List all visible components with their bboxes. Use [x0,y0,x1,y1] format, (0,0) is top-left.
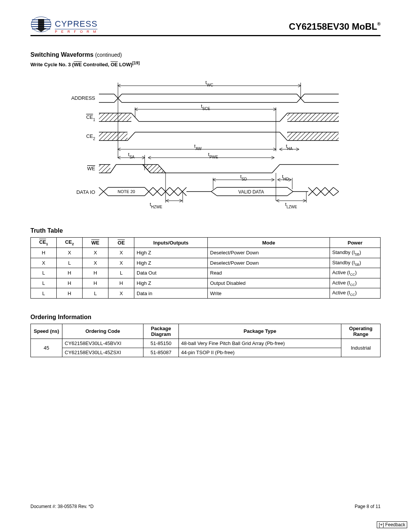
cypress-globe-icon [30,15,53,34]
svg-rect-38 [99,132,127,141]
logo: CYPRESS P E R F O R M [30,15,97,34]
timing-diagram: ADDRESS tWC CE1 [61,75,350,212]
svg-text:tPWE: tPWE [208,152,218,159]
svg-text:tSD: tSD [240,174,247,181]
ordering-diag: 51-85150 [143,339,179,348]
svg-line-103 [333,187,339,192]
svg-text:DATA  IO: DATA IO [76,189,95,195]
svg-rect-58 [99,165,110,173]
subtitle-prefix: Write Cycle No. 3 ( [30,62,74,67]
svg-text:tWC: tWC [206,80,213,87]
subtitle-oe: OE [111,62,118,67]
svg-line-95 [287,192,293,196]
section-subtitle: Write Cycle No. 3 (WE Controlled, OE LOW… [30,61,381,67]
part-number: CY62158EV30 MoBL® [289,21,381,34]
svg-rect-30 [287,113,339,121]
ordering-code: CY62158EV30LL-45ZSXI [62,348,143,357]
truth-table: CE1 CE2 WE OE Inputs/Outputs Mode Power … [30,237,381,299]
section-title: Switching Waveforms (continued) [30,51,381,58]
feedback-button[interactable]: [+] Feedback [377,521,407,528]
subtitle-mid: Controlled, [82,62,111,67]
ordering-range: Industrial [341,339,381,357]
registered-mark: ® [377,21,381,27]
svg-marker-61 [143,165,166,173]
svg-line-41 [280,132,287,141]
ordering-diag: 51-85087 [143,348,179,357]
svg-line-75 [104,187,108,192]
svg-line-39 [127,132,135,141]
svg-text:NOTE 20: NOTE 20 [118,189,135,194]
table-row: HXXXHigh ZDeselect/Power DownStandby (IS… [31,248,381,258]
svg-text:CE1: CE1 [86,114,95,122]
table-row: LHHLData OutReadActive (ICC) [31,268,381,278]
table-row: LHHHHigh ZOutput DisabledActive (ICC) [31,278,381,288]
svg-text:tHA: tHA [286,143,293,151]
ordering-title: Ordering Information [30,314,381,321]
ordering-type: 48-ball Very Fine Pitch Ball Grid Array … [179,339,341,348]
svg-text:CE2: CE2 [86,133,95,141]
truth-table-title: Truth Table [30,227,381,234]
table-row: LHLXData inWriteActive (ICC) [31,288,381,299]
ordering-type: 44-pin TSOP II (Pb-free) [179,348,341,357]
ordering-speed: 45 [31,339,62,357]
svg-line-59 [110,165,116,173]
svg-text:tSCE: tSCE [201,103,210,111]
svg-rect-44 [287,132,339,141]
subtitle-suffix: LOW) [118,62,132,67]
sig-address: ADDRESS [71,95,95,101]
svg-text:tSA: tSA [128,152,135,159]
page-number: Page 8 of 11 [355,504,381,509]
svg-line-76 [104,192,108,196]
section-title-text: Switching Waveforms [30,51,94,58]
ordering-code: CY62158EV30LL-45BVXI [62,339,143,348]
section-continued: (continued) [95,52,122,58]
svg-line-90 [211,187,217,192]
logo-text-main: CYPRESS [55,20,97,29]
svg-text:tHD: tHD [282,174,289,181]
svg-text:tHZWE: tHZWE [150,201,162,209]
page-header: CYPRESS P E R F O R M CY62158EV30 MoBL® [30,15,381,36]
svg-rect-24 [99,113,131,121]
svg-line-73 [99,187,104,192]
svg-line-27 [280,113,287,121]
svg-line-91 [211,192,217,196]
svg-text:WE: WE [87,166,95,171]
svg-text:VALID DATA: VALID DATA [238,189,264,195]
svg-line-63 [272,165,280,173]
ordering-table: Speed (ns) Ordering Code Package Diagram… [30,324,381,357]
svg-line-74 [99,192,104,196]
svg-text:tAW: tAW [194,143,202,151]
subtitle-noteref: [19] [132,61,140,65]
svg-text:tLZWE: tLZWE [285,201,297,209]
part-number-text: CY62158EV30 MoBL [289,21,377,32]
logo-text-sub: P E R F O R M [55,29,97,34]
doc-number: Document #: 38-05578 Rev. *D [30,504,94,509]
table-row: XLXXHigh ZDeselect/Power DownStandby (IS… [31,258,381,268]
svg-line-104 [333,192,339,196]
subtitle-we: WE [74,62,82,67]
page-footer: Document #: 38-05578 Rev. *D Page 8 of 1… [30,504,381,509]
